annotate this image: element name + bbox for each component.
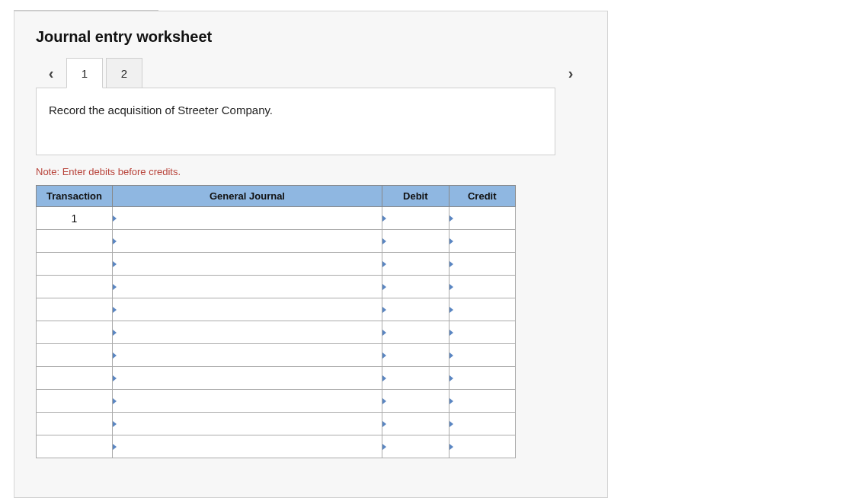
dropdown-marker-icon bbox=[449, 215, 453, 222]
cell-debit[interactable] bbox=[382, 230, 449, 253]
cell-debit[interactable] bbox=[382, 367, 449, 390]
cell-general-journal[interactable] bbox=[112, 276, 382, 298]
worksheet-panel: Journal entry worksheet ‹ 1 2 › Record t… bbox=[14, 11, 608, 498]
cell-general-journal[interactable] bbox=[112, 413, 382, 435]
dropdown-marker-icon bbox=[449, 421, 453, 427]
dropdown-marker-icon bbox=[113, 352, 117, 359]
cell-transaction bbox=[37, 253, 113, 276]
dropdown-marker-icon bbox=[382, 284, 386, 290]
cell-general-journal[interactable] bbox=[112, 253, 382, 276]
dropdown-marker-icon bbox=[382, 421, 386, 427]
cell-general-journal[interactable] bbox=[112, 298, 382, 321]
tab-2[interactable]: 2 bbox=[106, 58, 142, 88]
page-title: Journal entry worksheet bbox=[36, 28, 586, 46]
table-row bbox=[37, 230, 516, 253]
dropdown-marker-icon bbox=[449, 284, 453, 290]
cell-general-journal[interactable] bbox=[112, 321, 382, 344]
dropdown-marker-icon bbox=[113, 444, 117, 450]
dropdown-marker-icon bbox=[113, 398, 117, 404]
entry-description: Record the acquisition of Streeter Compa… bbox=[36, 88, 555, 155]
table-row bbox=[37, 298, 516, 321]
cell-transaction bbox=[37, 344, 113, 367]
cell-debit[interactable] bbox=[382, 390, 449, 413]
table-row bbox=[37, 390, 516, 413]
dropdown-marker-icon bbox=[449, 352, 453, 359]
dropdown-marker-icon bbox=[449, 261, 453, 267]
dropdown-marker-icon bbox=[382, 444, 386, 450]
cell-credit[interactable] bbox=[449, 276, 516, 298]
dropdown-marker-icon bbox=[449, 398, 453, 404]
col-header-transaction: Transaction bbox=[37, 186, 113, 207]
cell-transaction: 1 bbox=[37, 207, 113, 230]
dropdown-marker-icon bbox=[113, 421, 117, 427]
cell-credit[interactable] bbox=[449, 207, 516, 230]
dropdown-marker-icon bbox=[113, 330, 117, 336]
cell-credit[interactable] bbox=[449, 367, 516, 390]
dropdown-marker-icon bbox=[113, 215, 117, 222]
journal-table: Transaction General Journal Debit Credit… bbox=[36, 185, 516, 458]
dropdown-marker-icon bbox=[449, 238, 453, 244]
tab-1[interactable]: 1 bbox=[66, 58, 103, 88]
next-arrow-icon[interactable]: › bbox=[555, 58, 586, 88]
tab-row: ‹ 1 2 › bbox=[36, 58, 586, 88]
table-row bbox=[37, 276, 516, 298]
dropdown-marker-icon bbox=[113, 307, 117, 313]
top-divider bbox=[14, 0, 158, 11]
table-row bbox=[37, 253, 516, 276]
cell-transaction bbox=[37, 230, 113, 253]
cell-debit[interactable] bbox=[382, 298, 449, 321]
dropdown-marker-icon bbox=[449, 330, 453, 336]
cell-credit[interactable] bbox=[449, 413, 516, 435]
cell-credit[interactable] bbox=[449, 435, 516, 458]
cell-credit[interactable] bbox=[449, 298, 516, 321]
cell-credit[interactable] bbox=[449, 230, 516, 253]
cell-general-journal[interactable] bbox=[112, 367, 382, 390]
prev-arrow-icon[interactable]: ‹ bbox=[36, 58, 66, 88]
table-row bbox=[37, 344, 516, 367]
cell-debit[interactable] bbox=[382, 321, 449, 344]
dropdown-marker-icon bbox=[449, 307, 453, 313]
cell-debit[interactable] bbox=[382, 413, 449, 435]
col-header-debit: Debit bbox=[382, 186, 449, 207]
note-text: Note: Enter debits before credits. bbox=[36, 166, 586, 177]
dropdown-marker-icon bbox=[113, 261, 117, 267]
cell-transaction bbox=[37, 276, 113, 298]
cell-general-journal[interactable] bbox=[112, 207, 382, 230]
cell-debit[interactable] bbox=[382, 276, 449, 298]
cell-general-journal[interactable] bbox=[112, 230, 382, 253]
cell-credit[interactable] bbox=[449, 390, 516, 413]
cell-transaction bbox=[37, 435, 113, 458]
table-row bbox=[37, 321, 516, 344]
dropdown-marker-icon bbox=[113, 284, 117, 290]
cell-transaction bbox=[37, 413, 113, 435]
dropdown-marker-icon bbox=[382, 330, 386, 336]
cell-credit[interactable] bbox=[449, 253, 516, 276]
cell-debit[interactable] bbox=[382, 435, 449, 458]
table-row bbox=[37, 367, 516, 390]
dropdown-marker-icon bbox=[382, 375, 386, 381]
dropdown-marker-icon bbox=[382, 238, 386, 244]
cell-general-journal[interactable] bbox=[112, 390, 382, 413]
dropdown-marker-icon bbox=[113, 238, 117, 244]
cell-debit[interactable] bbox=[382, 207, 449, 230]
cell-credit[interactable] bbox=[449, 344, 516, 367]
dropdown-marker-icon bbox=[382, 398, 386, 404]
cell-debit[interactable] bbox=[382, 253, 449, 276]
table-row: 1 bbox=[37, 207, 516, 230]
cell-general-journal[interactable] bbox=[112, 344, 382, 367]
cell-credit[interactable] bbox=[449, 321, 516, 344]
dropdown-marker-icon bbox=[382, 352, 386, 359]
dropdown-marker-icon bbox=[449, 375, 453, 381]
dropdown-marker-icon bbox=[382, 261, 386, 267]
cell-transaction bbox=[37, 367, 113, 390]
col-header-credit: Credit bbox=[449, 186, 516, 207]
dropdown-marker-icon bbox=[382, 307, 386, 313]
cell-transaction bbox=[37, 390, 113, 413]
table-row bbox=[37, 413, 516, 435]
table-row bbox=[37, 435, 516, 458]
cell-transaction bbox=[37, 321, 113, 344]
dropdown-marker-icon bbox=[382, 215, 386, 222]
dropdown-marker-icon bbox=[113, 375, 117, 381]
cell-general-journal[interactable] bbox=[112, 435, 382, 458]
cell-debit[interactable] bbox=[382, 344, 449, 367]
